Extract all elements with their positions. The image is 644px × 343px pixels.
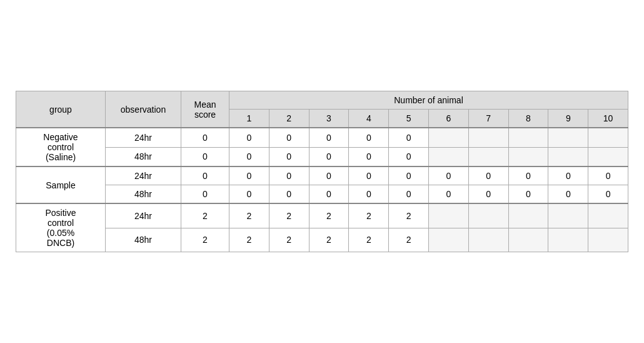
animal-cell: 0 <box>389 185 429 204</box>
col-animal-4: 4 <box>349 110 389 128</box>
animal-cell: 0 <box>309 166 349 185</box>
animal-cell <box>508 128 548 147</box>
animal-cell: 0 <box>508 185 548 204</box>
animal-cell <box>588 147 628 166</box>
col-animal-7: 7 <box>468 110 508 128</box>
animal-cell <box>468 228 508 252</box>
table-container: group observation Mean score Number of a… <box>16 91 628 252</box>
animal-cell <box>468 203 508 228</box>
col-animal-9: 9 <box>548 110 588 128</box>
table-row: Sample24hr00000000000 <box>16 166 628 185</box>
animal-cell: 0 <box>468 185 508 204</box>
animal-cell: 0 <box>309 147 349 166</box>
animal-cell <box>428 147 468 166</box>
animal-cell <box>548 147 588 166</box>
animal-cell: 2 <box>389 228 429 252</box>
animal-cell: 0 <box>468 166 508 185</box>
animal-cell: 2 <box>229 203 269 228</box>
animal-cell: 2 <box>269 228 309 252</box>
animal-cell: 0 <box>229 147 269 166</box>
mean-score-cell: 2 <box>181 228 229 252</box>
mean-score-cell: 0 <box>181 185 229 204</box>
animal-cell: 0 <box>269 147 309 166</box>
animal-cell: 0 <box>428 166 468 185</box>
col-animal-2: 2 <box>269 110 309 128</box>
animal-cell <box>508 147 548 166</box>
animal-cell: 2 <box>349 203 389 228</box>
animal-cell <box>588 128 628 147</box>
col-animal-10: 10 <box>588 110 628 128</box>
mean-score-cell: 2 <box>181 203 229 228</box>
animal-cell: 0 <box>229 185 269 204</box>
animal-cell: 2 <box>309 228 349 252</box>
observation-cell: 48hr <box>106 185 181 204</box>
animal-cell <box>428 128 468 147</box>
mean-score-cell: 0 <box>181 128 229 147</box>
animal-cell: 0 <box>548 166 588 185</box>
observation-cell: 24hr <box>106 128 181 147</box>
col-animal-8: 8 <box>508 110 548 128</box>
header-row-1: group observation Mean score Number of a… <box>16 91 628 110</box>
observation-cell: 24hr <box>106 166 181 185</box>
animal-cell <box>428 228 468 252</box>
mean-score-cell: 0 <box>181 147 229 166</box>
group-cell: Positivecontrol(0.05%DNCB) <box>16 203 106 252</box>
animal-cell: 0 <box>389 147 429 166</box>
col-observation: observation <box>106 91 181 128</box>
animal-cell <box>588 203 628 228</box>
observation-cell: 48hr <box>106 228 181 252</box>
animal-cell <box>548 203 588 228</box>
mean-score-cell: 0 <box>181 166 229 185</box>
animal-cell <box>548 128 588 147</box>
animal-cell: 0 <box>508 166 548 185</box>
table-row: 48hr000000 <box>16 147 628 166</box>
table-row: 48hr00000000000 <box>16 185 628 204</box>
table-row: Negativecontrol(Saline)24hr000000 <box>16 128 628 147</box>
animal-cell: 0 <box>349 147 389 166</box>
animal-cell <box>508 203 548 228</box>
animal-cell <box>548 228 588 252</box>
animal-cell <box>468 128 508 147</box>
animal-cell <box>428 203 468 228</box>
animal-cell: 2 <box>309 203 349 228</box>
animal-cell: 0 <box>349 185 389 204</box>
animal-cell: 2 <box>229 228 269 252</box>
col-mean-score: Mean score <box>181 91 229 128</box>
animal-cell: 0 <box>588 166 628 185</box>
animal-cell <box>508 228 548 252</box>
animal-cell: 2 <box>349 228 389 252</box>
col-animal-3: 3 <box>309 110 349 128</box>
animal-cell: 0 <box>309 185 349 204</box>
col-number-of-animal: Number of animal <box>229 91 628 110</box>
animal-cell: 0 <box>229 166 269 185</box>
animal-cell: 0 <box>349 166 389 185</box>
group-cell: Sample <box>16 166 106 203</box>
animal-cell: 0 <box>588 185 628 204</box>
group-cell: Negativecontrol(Saline) <box>16 128 106 166</box>
animal-cell: 0 <box>428 185 468 204</box>
animal-cell: 0 <box>269 128 309 147</box>
animal-cell <box>588 228 628 252</box>
animal-cell: 0 <box>389 128 429 147</box>
data-table: group observation Mean score Number of a… <box>16 91 628 252</box>
observation-cell: 48hr <box>106 147 181 166</box>
animal-cell: 2 <box>389 203 429 228</box>
animal-cell: 2 <box>269 203 309 228</box>
animal-cell: 0 <box>349 128 389 147</box>
animal-cell: 0 <box>229 128 269 147</box>
col-animal-1: 1 <box>229 110 269 128</box>
table-row: 48hr222222 <box>16 228 628 252</box>
animal-cell: 0 <box>269 185 309 204</box>
observation-cell: 24hr <box>106 203 181 228</box>
col-animal-6: 6 <box>428 110 468 128</box>
animal-cell: 0 <box>309 128 349 147</box>
col-group: group <box>16 91 106 128</box>
animal-cell: 0 <box>269 166 309 185</box>
animal-cell: 0 <box>389 166 429 185</box>
table-row: Positivecontrol(0.05%DNCB)24hr222222 <box>16 203 628 228</box>
col-animal-5: 5 <box>389 110 429 128</box>
animal-cell <box>468 147 508 166</box>
animal-cell: 0 <box>548 185 588 204</box>
